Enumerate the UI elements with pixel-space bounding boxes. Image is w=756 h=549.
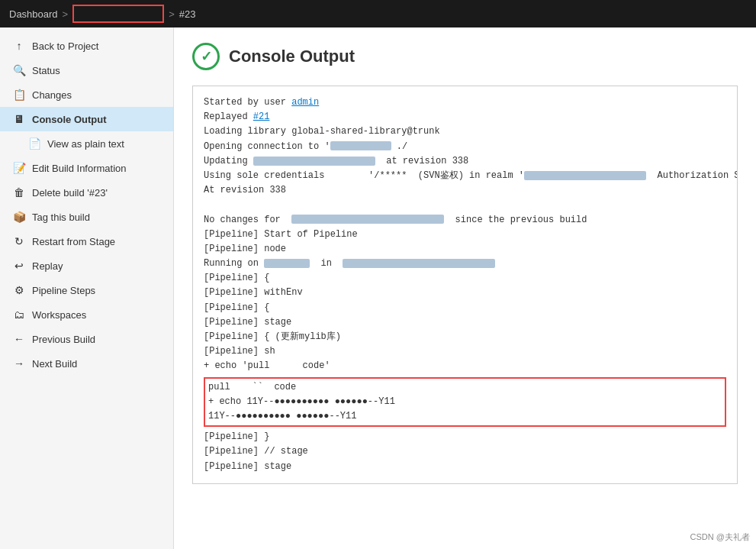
workspaces-icon: 🗂	[12, 308, 26, 321]
console-line: [Pipeline] stage	[204, 460, 726, 474]
breadcrumb-sep1: >	[63, 8, 69, 20]
console-line: [Pipeline] { (更新mylib库)	[204, 330, 726, 344]
highlight-line-1: pull `` code	[208, 380, 722, 395]
sidebar-item-restart-stage[interactable]: ↻Restart from Stage	[0, 229, 173, 254]
sidebar-item-tag-build[interactable]: 📦Tag this build	[0, 205, 173, 229]
console-line: Opening connection to ' ./	[204, 140, 726, 154]
back-to-project-icon: ↑	[12, 39, 26, 53]
console-line: No changes for since the previous build	[204, 213, 726, 228]
sidebar-label-changes: Changes	[32, 89, 72, 101]
console-line: Updating at revision 338	[204, 154, 726, 169]
console-line: [Pipeline] // stage	[204, 444, 726, 459]
console-line: [Pipeline] Start of Pipeline	[204, 228, 726, 242]
delete-build-icon: 🗑	[12, 186, 26, 199]
sidebar-label-console-output: Console Output	[32, 114, 107, 125]
highlight-line-2: + echo 11Y--●●●●●●●●●● ●●●●●●--Y11	[208, 395, 722, 409]
sidebar-item-previous-build[interactable]: ←Previous Build	[0, 327, 173, 351]
console-line: Replayed #21	[204, 110, 726, 124]
console-line: Loading library global-shared-library@tr…	[204, 124, 726, 139]
replay-icon: ↩	[12, 259, 26, 273]
sidebar-item-view-plain-text[interactable]: 📄View as plain text	[0, 131, 173, 156]
page-header: ✓ Console Output	[192, 43, 738, 70]
sidebar-label-view-plain-text: View as plain text	[47, 138, 124, 150]
console-line: [Pipeline] sh	[204, 344, 726, 359]
sidebar-label-replay: Replay	[32, 260, 63, 272]
restart-stage-icon: ↻	[12, 234, 26, 248]
sidebar-label-delete-build: Delete build '#23'	[32, 187, 108, 199]
sidebar-label-pipeline-steps: Pipeline Steps	[32, 285, 95, 296]
sidebar-label-restart-stage: Restart from Stage	[32, 236, 115, 247]
changes-icon: 📋	[12, 88, 26, 102]
sidebar-item-workspaces[interactable]: 🗂Workspaces	[0, 302, 173, 327]
breadcrumb-project[interactable]	[72, 5, 164, 23]
console-line: At revision 338	[204, 183, 726, 198]
edit-build-info-icon: 📝	[12, 161, 26, 175]
sidebar-item-back-to-project[interactable]: ↑Back to Project	[0, 34, 173, 58]
console-line: [Pipeline] }	[204, 430, 726, 444]
highlight-line-3: 11Y--●●●●●●●●●● ●●●●●●--Y11	[208, 409, 722, 424]
sidebar-item-edit-build-info[interactable]: 📝Edit Build Information	[0, 156, 173, 180]
console-output-icon: 🖥	[12, 112, 26, 126]
console-line: [Pipeline] node	[204, 242, 726, 257]
console-line: Using sole credentials '/***** (SVN鉴权) i…	[204, 169, 726, 183]
sidebar-item-next-build[interactable]: →Next Build	[0, 351, 173, 376]
console-line: Running on in	[204, 257, 726, 271]
replay-link[interactable]: #21	[253, 111, 270, 122]
sidebar: ↑Back to Project🔍Status📋Changes🖥Console …	[0, 27, 174, 549]
console-line: + echo 'pull code'	[204, 359, 726, 373]
previous-build-icon: ←	[12, 332, 26, 346]
console-line: Started by user admin	[204, 95, 726, 110]
sidebar-label-tag-build: Tag this build	[32, 212, 90, 223]
sidebar-item-changes[interactable]: 📋Changes	[0, 82, 173, 107]
sidebar-label-next-build: Next Build	[32, 358, 77, 370]
sidebar-item-replay[interactable]: ↩Replay	[0, 254, 173, 278]
breadcrumb-build: #23	[179, 8, 196, 20]
sidebar-item-pipeline-steps[interactable]: ⚙Pipeline Steps	[0, 278, 173, 302]
tag-build-icon: 📦	[12, 210, 26, 224]
sidebar-item-status[interactable]: 🔍Status	[0, 58, 173, 82]
console-line: [Pipeline] {	[204, 301, 726, 315]
console-line	[204, 198, 726, 212]
console-output-box: Started by user admin Replayed #21 Loadi…	[192, 86, 738, 484]
view-plain-text-icon: 📄	[27, 137, 41, 150]
sidebar-item-delete-build[interactable]: 🗑Delete build '#23'	[0, 180, 173, 205]
next-build-icon: →	[12, 357, 26, 370]
sidebar-label-edit-build-info: Edit Build Information	[32, 163, 127, 174]
breadcrumb-bar: Dashboard > > #23	[0, 0, 756, 27]
sidebar-label-status: Status	[32, 65, 60, 76]
page-title: Console Output	[229, 47, 355, 66]
breadcrumb-dashboard[interactable]: Dashboard	[9, 8, 58, 20]
sidebar-label-workspaces: Workspaces	[32, 309, 86, 321]
main-content: ✓ Console Output Started by user admin R…	[174, 27, 756, 549]
admin-link[interactable]: admin	[291, 97, 319, 108]
pipeline-steps-icon: ⚙	[12, 283, 26, 297]
console-line: [Pipeline] withEnv	[204, 286, 726, 300]
sidebar-label-back-to-project: Back to Project	[32, 40, 98, 52]
success-icon: ✓	[192, 43, 220, 70]
sidebar-label-previous-build: Previous Build	[32, 334, 95, 345]
console-line: [Pipeline] stage	[204, 315, 726, 330]
sidebar-item-console-output[interactable]: 🖥Console Output	[0, 107, 173, 131]
main-layout: ↑Back to Project🔍Status📋Changes🖥Console …	[0, 27, 756, 549]
watermark: CSDN @夫礼者	[690, 531, 750, 543]
highlighted-console-section: pull `` code + echo 11Y--●●●●●●●●●● ●●●●…	[204, 377, 726, 428]
status-icon: 🔍	[12, 63, 26, 77]
console-line: [Pipeline] {	[204, 271, 726, 286]
breadcrumb-sep2: >	[169, 8, 175, 20]
